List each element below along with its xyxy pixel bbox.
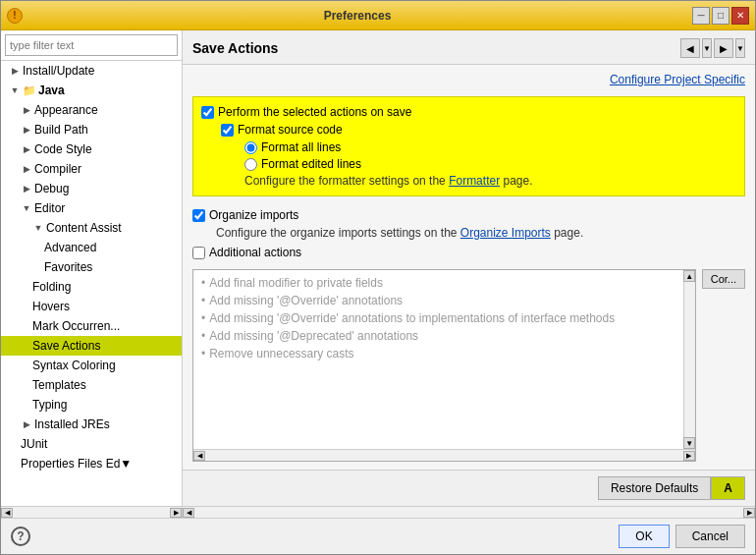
sidebar-item-label: Properties Files Ed▼ — [21, 457, 132, 471]
title-bar: ! Preferences ─ □ ✕ — [1, 1, 755, 30]
organize-imports-checkbox[interactable] — [192, 209, 205, 222]
format-source-label: Format source code — [238, 123, 343, 137]
hscrollbar-track — [194, 508, 743, 518]
formatter-link[interactable]: Formatter — [449, 174, 500, 188]
main-hscrollbar[interactable]: ◀ ▶ — [183, 506, 755, 518]
scroll-up-btn[interactable]: ▲ — [683, 270, 695, 282]
arrow-icon: ▶ — [21, 163, 32, 175]
arrow-icon: ▶ — [21, 124, 32, 136]
sidebar-item-build-path[interactable]: ▶ Build Path — [1, 120, 182, 139]
sidebar-hscrollbar[interactable]: ◀ ▶ — [1, 506, 182, 518]
sidebar-item-code-style[interactable]: ▶ Code Style — [1, 139, 182, 159]
sidebar-item-hovers[interactable]: Hovers — [1, 297, 182, 316]
sidebar-item-installed-jres[interactable]: ▶ Installed JREs — [1, 415, 182, 434]
sidebar-item-label: Build Path — [34, 123, 88, 137]
dialog-action-buttons: OK Cancel — [619, 525, 745, 548]
formatter-hint-text: Configure the formatter settings on the … — [244, 174, 736, 188]
hscroll-left-btn[interactable]: ◀ — [193, 451, 205, 461]
format-edited-radio[interactable] — [244, 158, 257, 171]
sidebar-item-java[interactable]: ▼ 📁 Java — [1, 81, 182, 100]
sidebar-item-content-assist[interactable]: ▼ Content Assist — [1, 218, 182, 238]
sidebar-item-appearance[interactable]: ▶ Appearance — [1, 100, 182, 120]
sidebar-item-syntax-coloring[interactable]: Syntax Coloring — [1, 356, 182, 375]
format-all-row: Format all lines — [244, 140, 736, 154]
sidebar-item-favorites[interactable]: Favorites — [1, 257, 182, 277]
filter-input[interactable] — [5, 34, 178, 56]
sidebar-item-typing[interactable]: Typing — [1, 395, 182, 415]
additional-actions-label: Additional actions — [209, 246, 301, 259]
sidebar-item-label: Advanced — [44, 241, 96, 254]
organize-imports-link[interactable]: Organize Imports — [460, 226, 551, 240]
scroll-left-btn[interactable]: ◀ — [1, 508, 13, 518]
format-all-radio[interactable] — [244, 141, 257, 154]
sidebar-item-label: Hovers — [32, 300, 70, 313]
list-hscrollbar[interactable]: ◀ ▶ — [193, 449, 695, 461]
hscroll-left-btn[interactable]: ◀ — [183, 508, 194, 518]
apply-button[interactable]: A — [711, 476, 745, 500]
filter-box — [1, 30, 182, 61]
sidebar-item-label: Folding — [32, 280, 71, 294]
sidebar-item-label: Typing — [32, 398, 67, 412]
sidebar-item-label: Code Style — [34, 142, 92, 156]
configure-project-link[interactable]: Configure Project Specific — [192, 73, 745, 86]
scroll-down-btn[interactable]: ▼ — [683, 437, 695, 449]
sidebar-item-debug[interactable]: ▶ Debug — [1, 179, 182, 198]
sidebar-item-label: JUnit — [21, 437, 47, 451]
forward-button[interactable]: ▶ — [714, 38, 733, 58]
window-controls: ─ □ ✕ — [692, 7, 749, 25]
back-dropdown-button[interactable]: ▼ — [702, 38, 712, 58]
perform-checkbox[interactable] — [201, 106, 214, 119]
sidebar-item-label: Content Assist — [46, 221, 122, 235]
sidebar-item-junit[interactable]: JUnit — [1, 434, 182, 454]
list-item: Add missing '@Override' annotations — [197, 292, 679, 309]
format-edited-row: Format edited lines — [244, 157, 736, 171]
tree-area: ▶ Install/Update ▼ 📁 Java ▶ Appearance ▶… — [1, 61, 182, 506]
arrow-icon: ▶ — [21, 104, 32, 116]
additional-actions-checkbox[interactable] — [192, 247, 205, 259]
arrow-icon: ▶ — [21, 143, 32, 155]
sidebar-item-templates[interactable]: Templates — [1, 375, 182, 395]
minimize-button[interactable]: ─ — [692, 7, 710, 25]
list-item: Add final modifier to private fields — [197, 274, 679, 292]
cancel-button[interactable]: Cancel — [675, 525, 745, 548]
nav-buttons: ◀ ▼ ▶ ▼ — [680, 38, 745, 58]
configure-button[interactable]: Cor... — [702, 269, 745, 289]
additional-actions-row: Additional actions — [192, 246, 745, 259]
sidebar-item-properties-files[interactable]: Properties Files Ed▼ — [1, 454, 182, 473]
hscroll-right-btn[interactable]: ▶ — [683, 451, 695, 461]
sidebar-item-label: Compiler — [34, 162, 81, 176]
additional-actions-list-section: Add final modifier to private fields Add… — [192, 269, 745, 462]
sidebar-item-advanced[interactable]: Advanced — [1, 238, 182, 257]
dialog-footer: ? OK Cancel — [1, 518, 755, 554]
sidebar-item-compiler[interactable]: ▶ Compiler — [1, 159, 182, 179]
hscroll-right-btn[interactable]: ▶ — [743, 508, 755, 518]
format-source-checkbox[interactable] — [221, 124, 234, 137]
formatter-text-after: page. — [500, 174, 532, 188]
back-button[interactable]: ◀ — [680, 38, 700, 58]
sidebar-item-editor[interactable]: ▼ Editor — [1, 198, 182, 218]
sidebar-item-install-update[interactable]: ▶ Install/Update — [1, 61, 182, 81]
sidebar-item-folding[interactable]: Folding — [1, 277, 182, 297]
sidebar-item-mark-occurrences[interactable]: Mark Occurren... — [1, 316, 182, 336]
close-button[interactable]: ✕ — [731, 7, 749, 25]
app-icon: ! — [7, 8, 23, 24]
actions-list-container: Add final modifier to private fields Add… — [192, 269, 696, 462]
sidebar-item-label: Debug — [34, 182, 69, 195]
arrow-icon: ▼ — [9, 84, 21, 96]
ok-button[interactable]: OK — [619, 525, 669, 548]
imports-text-before: Configure the organize imports settings … — [216, 226, 460, 240]
maximize-button[interactable]: □ — [712, 7, 729, 25]
organize-imports-hint: Configure the organize imports settings … — [216, 226, 745, 240]
forward-dropdown-button[interactable]: ▼ — [735, 38, 745, 58]
scrollbar-track — [13, 508, 170, 518]
list-vscrollbar[interactable]: ▲ ▼ — [683, 270, 695, 449]
restore-defaults-button[interactable]: Restore Defaults — [598, 476, 711, 500]
scroll-right-btn[interactable]: ▶ — [170, 508, 182, 518]
sidebar-item-label: Appearance — [34, 103, 98, 117]
content-area: ▶ Install/Update ▼ 📁 Java ▶ Appearance ▶… — [1, 30, 755, 518]
sidebar-item-save-actions[interactable]: Save Actions — [1, 336, 182, 356]
format-source-row: Format source code — [221, 123, 736, 137]
help-button[interactable]: ? — [11, 527, 30, 546]
preferences-window: ! Preferences ─ □ ✕ ▶ Install/Update ▼ 📁 — [0, 0, 756, 555]
yellow-actions-box: Perform the selected actions on save For… — [192, 96, 745, 196]
